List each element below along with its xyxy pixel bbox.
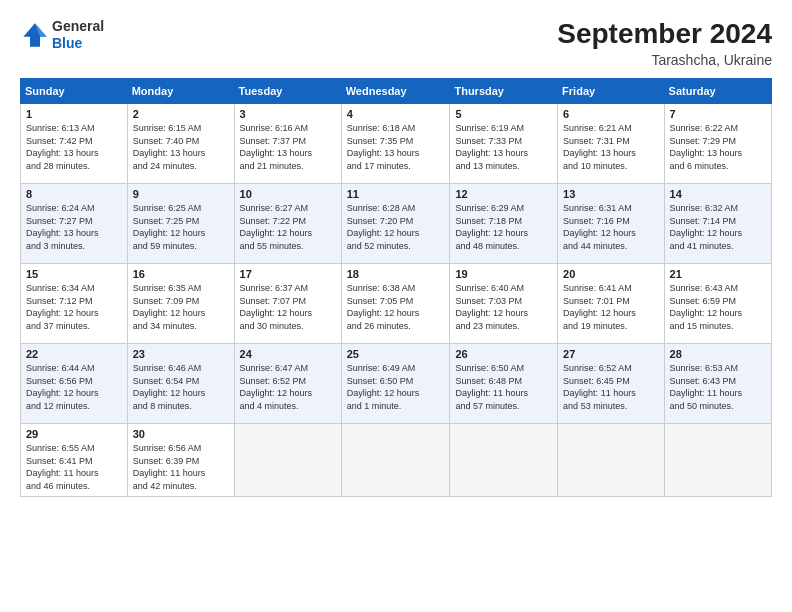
day-number: 21	[670, 268, 766, 280]
day-number: 30	[133, 428, 229, 440]
calendar-cell: 9Sunrise: 6:25 AM Sunset: 7:25 PM Daylig…	[127, 184, 234, 264]
calendar-cell: 11Sunrise: 6:28 AM Sunset: 7:20 PM Dayli…	[341, 184, 450, 264]
calendar-cell: 29Sunrise: 6:55 AM Sunset: 6:41 PM Dayli…	[21, 424, 128, 497]
calendar-cell: 15Sunrise: 6:34 AM Sunset: 7:12 PM Dayli…	[21, 264, 128, 344]
day-info: Sunrise: 6:21 AM Sunset: 7:31 PM Dayligh…	[563, 122, 658, 172]
day-number: 8	[26, 188, 122, 200]
day-number: 22	[26, 348, 122, 360]
calendar-cell: 19Sunrise: 6:40 AM Sunset: 7:03 PM Dayli…	[450, 264, 558, 344]
day-number: 1	[26, 108, 122, 120]
day-info: Sunrise: 6:43 AM Sunset: 6:59 PM Dayligh…	[670, 282, 766, 332]
day-number: 16	[133, 268, 229, 280]
calendar-cell: 2Sunrise: 6:15 AM Sunset: 7:40 PM Daylig…	[127, 104, 234, 184]
calendar-cell: 17Sunrise: 6:37 AM Sunset: 7:07 PM Dayli…	[234, 264, 341, 344]
day-info: Sunrise: 6:38 AM Sunset: 7:05 PM Dayligh…	[347, 282, 445, 332]
calendar-table: SundayMondayTuesdayWednesdayThursdayFrid…	[20, 78, 772, 497]
day-info: Sunrise: 6:31 AM Sunset: 7:16 PM Dayligh…	[563, 202, 658, 252]
weekday-header-monday: Monday	[127, 79, 234, 104]
logo-icon	[20, 20, 50, 50]
day-number: 7	[670, 108, 766, 120]
calendar-cell: 3Sunrise: 6:16 AM Sunset: 7:37 PM Daylig…	[234, 104, 341, 184]
calendar-cell	[664, 424, 771, 497]
header: General Blue September 2024 Tarashcha, U…	[20, 18, 772, 68]
day-number: 6	[563, 108, 658, 120]
weekday-header-sunday: Sunday	[21, 79, 128, 104]
calendar-cell: 6Sunrise: 6:21 AM Sunset: 7:31 PM Daylig…	[558, 104, 664, 184]
calendar-cell: 16Sunrise: 6:35 AM Sunset: 7:09 PM Dayli…	[127, 264, 234, 344]
day-info: Sunrise: 6:52 AM Sunset: 6:45 PM Dayligh…	[563, 362, 658, 412]
day-info: Sunrise: 6:24 AM Sunset: 7:27 PM Dayligh…	[26, 202, 122, 252]
day-info: Sunrise: 6:49 AM Sunset: 6:50 PM Dayligh…	[347, 362, 445, 412]
day-info: Sunrise: 6:22 AM Sunset: 7:29 PM Dayligh…	[670, 122, 766, 172]
day-info: Sunrise: 6:19 AM Sunset: 7:33 PM Dayligh…	[455, 122, 552, 172]
day-info: Sunrise: 6:15 AM Sunset: 7:40 PM Dayligh…	[133, 122, 229, 172]
day-number: 15	[26, 268, 122, 280]
calendar-cell: 24Sunrise: 6:47 AM Sunset: 6:52 PM Dayli…	[234, 344, 341, 424]
day-info: Sunrise: 6:27 AM Sunset: 7:22 PM Dayligh…	[240, 202, 336, 252]
day-number: 14	[670, 188, 766, 200]
day-number: 26	[455, 348, 552, 360]
calendar-cell	[558, 424, 664, 497]
calendar-cell: 22Sunrise: 6:44 AM Sunset: 6:56 PM Dayli…	[21, 344, 128, 424]
day-info: Sunrise: 6:44 AM Sunset: 6:56 PM Dayligh…	[26, 362, 122, 412]
calendar-cell	[341, 424, 450, 497]
calendar-cell: 1Sunrise: 6:13 AM Sunset: 7:42 PM Daylig…	[21, 104, 128, 184]
day-info: Sunrise: 6:56 AM Sunset: 6:39 PM Dayligh…	[133, 442, 229, 492]
day-number: 11	[347, 188, 445, 200]
calendar-cell: 4Sunrise: 6:18 AM Sunset: 7:35 PM Daylig…	[341, 104, 450, 184]
day-info: Sunrise: 6:53 AM Sunset: 6:43 PM Dayligh…	[670, 362, 766, 412]
calendar-cell: 27Sunrise: 6:52 AM Sunset: 6:45 PM Dayli…	[558, 344, 664, 424]
calendar-cell: 10Sunrise: 6:27 AM Sunset: 7:22 PM Dayli…	[234, 184, 341, 264]
day-number: 4	[347, 108, 445, 120]
weekday-header-wednesday: Wednesday	[341, 79, 450, 104]
day-number: 28	[670, 348, 766, 360]
logo: General Blue	[20, 18, 104, 52]
calendar-cell: 30Sunrise: 6:56 AM Sunset: 6:39 PM Dayli…	[127, 424, 234, 497]
calendar-cell: 7Sunrise: 6:22 AM Sunset: 7:29 PM Daylig…	[664, 104, 771, 184]
calendar-cell: 13Sunrise: 6:31 AM Sunset: 7:16 PM Dayli…	[558, 184, 664, 264]
weekday-header-row: SundayMondayTuesdayWednesdayThursdayFrid…	[21, 79, 772, 104]
page: General Blue September 2024 Tarashcha, U…	[0, 0, 792, 612]
calendar-cell: 12Sunrise: 6:29 AM Sunset: 7:18 PM Dayli…	[450, 184, 558, 264]
calendar-cell: 14Sunrise: 6:32 AM Sunset: 7:14 PM Dayli…	[664, 184, 771, 264]
calendar-cell: 8Sunrise: 6:24 AM Sunset: 7:27 PM Daylig…	[21, 184, 128, 264]
day-number: 19	[455, 268, 552, 280]
day-info: Sunrise: 6:28 AM Sunset: 7:20 PM Dayligh…	[347, 202, 445, 252]
day-number: 3	[240, 108, 336, 120]
calendar-cell: 21Sunrise: 6:43 AM Sunset: 6:59 PM Dayli…	[664, 264, 771, 344]
day-number: 29	[26, 428, 122, 440]
calendar-cell	[234, 424, 341, 497]
day-info: Sunrise: 6:41 AM Sunset: 7:01 PM Dayligh…	[563, 282, 658, 332]
day-number: 12	[455, 188, 552, 200]
calendar-cell: 20Sunrise: 6:41 AM Sunset: 7:01 PM Dayli…	[558, 264, 664, 344]
day-number: 2	[133, 108, 229, 120]
day-number: 5	[455, 108, 552, 120]
day-info: Sunrise: 6:16 AM Sunset: 7:37 PM Dayligh…	[240, 122, 336, 172]
day-number: 25	[347, 348, 445, 360]
weekday-header-saturday: Saturday	[664, 79, 771, 104]
calendar-cell: 5Sunrise: 6:19 AM Sunset: 7:33 PM Daylig…	[450, 104, 558, 184]
day-info: Sunrise: 6:34 AM Sunset: 7:12 PM Dayligh…	[26, 282, 122, 332]
weekday-header-tuesday: Tuesday	[234, 79, 341, 104]
weekday-header-thursday: Thursday	[450, 79, 558, 104]
month-year: September 2024	[557, 18, 772, 50]
title-block: September 2024 Tarashcha, Ukraine	[557, 18, 772, 68]
day-info: Sunrise: 6:13 AM Sunset: 7:42 PM Dayligh…	[26, 122, 122, 172]
day-info: Sunrise: 6:40 AM Sunset: 7:03 PM Dayligh…	[455, 282, 552, 332]
day-info: Sunrise: 6:35 AM Sunset: 7:09 PM Dayligh…	[133, 282, 229, 332]
day-number: 18	[347, 268, 445, 280]
day-number: 13	[563, 188, 658, 200]
day-number: 27	[563, 348, 658, 360]
day-info: Sunrise: 6:29 AM Sunset: 7:18 PM Dayligh…	[455, 202, 552, 252]
day-number: 20	[563, 268, 658, 280]
day-info: Sunrise: 6:18 AM Sunset: 7:35 PM Dayligh…	[347, 122, 445, 172]
day-info: Sunrise: 6:37 AM Sunset: 7:07 PM Dayligh…	[240, 282, 336, 332]
day-number: 10	[240, 188, 336, 200]
logo-text: General Blue	[52, 18, 104, 52]
calendar-cell: 23Sunrise: 6:46 AM Sunset: 6:54 PM Dayli…	[127, 344, 234, 424]
location: Tarashcha, Ukraine	[557, 52, 772, 68]
calendar-cell: 28Sunrise: 6:53 AM Sunset: 6:43 PM Dayli…	[664, 344, 771, 424]
calendar-cell: 18Sunrise: 6:38 AM Sunset: 7:05 PM Dayli…	[341, 264, 450, 344]
day-info: Sunrise: 6:47 AM Sunset: 6:52 PM Dayligh…	[240, 362, 336, 412]
day-info: Sunrise: 6:32 AM Sunset: 7:14 PM Dayligh…	[670, 202, 766, 252]
